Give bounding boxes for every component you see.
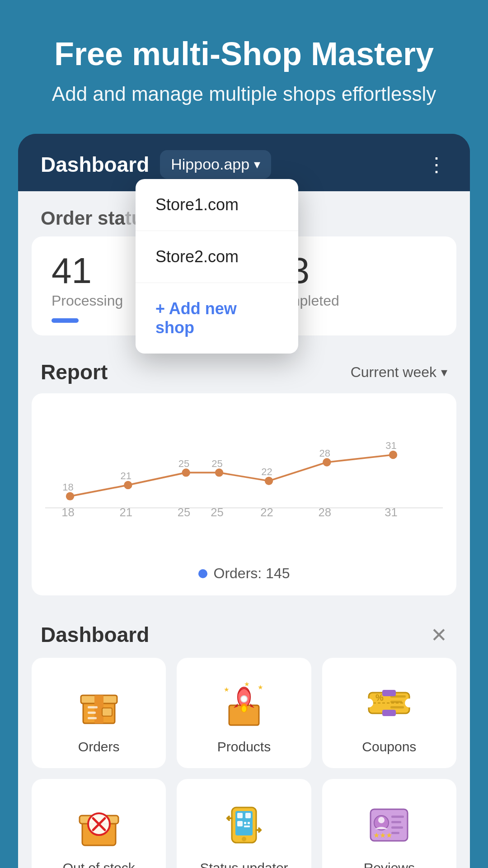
line-chart: 18 21 25 25 22 28 31 18 21 25 25 22 28: [45, 411, 443, 538]
svg-text:28: 28: [318, 506, 331, 519]
svg-text:25: 25: [211, 506, 224, 519]
svg-rect-68: [391, 832, 399, 834]
dashboard-section-title: Dashboard: [41, 623, 149, 647]
svg-text:31: 31: [385, 440, 396, 452]
chevron-down-report-icon: ▾: [441, 365, 447, 380]
svg-text:★★★: ★★★: [373, 831, 392, 839]
svg-rect-67: [391, 826, 403, 829]
svg-text:★: ★: [224, 686, 230, 693]
orders-legend-dot: [198, 569, 207, 578]
menu-dots-button[interactable]: ⋮: [427, 153, 447, 176]
svg-rect-66: [391, 821, 401, 823]
svg-point-39: [364, 698, 373, 708]
svg-rect-45: [382, 690, 396, 696]
store2-option[interactable]: Store2.com: [136, 231, 298, 283]
dashboard-section: Dashboard ✕: [18, 604, 470, 868]
svg-text:25: 25: [178, 458, 189, 469]
coupons-icon: %: [362, 676, 416, 730]
svg-point-5: [265, 477, 273, 485]
svg-text:21: 21: [121, 470, 131, 481]
chart-area: 18 21 25 25 22 28 31 18 21 25 25 22 28: [45, 411, 443, 556]
svg-rect-59: [248, 822, 250, 824]
svg-rect-56: [245, 813, 251, 818]
dashboard-item-out-of-stock[interactable]: Out of stock: [32, 779, 166, 868]
coupons-label: Coupons: [362, 739, 416, 755]
svg-point-4: [215, 469, 223, 477]
svg-text:28: 28: [319, 448, 330, 459]
dashboard-item-orders[interactable]: Orders: [32, 658, 166, 768]
out-of-stock-icon: [72, 797, 126, 851]
svg-point-64: [378, 817, 385, 823]
svg-text:25: 25: [178, 506, 191, 519]
svg-point-1: [66, 492, 74, 500]
report-section: Report Current week ▾: [18, 346, 470, 604]
stat-label-processing: Processing: [52, 292, 123, 309]
report-title: Report: [41, 360, 108, 384]
svg-rect-55: [237, 813, 243, 818]
svg-rect-57: [237, 821, 243, 826]
svg-rect-46: [382, 710, 396, 716]
shop-selector[interactable]: Hippoo.app ▾: [160, 150, 271, 179]
orders-icon: [72, 676, 126, 730]
svg-point-2: [124, 481, 132, 489]
svg-rect-28: [102, 708, 112, 716]
hero-title: Free multi-Shop Mastery: [27, 36, 461, 72]
shop-dropdown: Store1.com Store2.com + Add new shop: [136, 179, 298, 354]
report-filter[interactable]: Current week ▾: [351, 364, 447, 381]
shop-name: Hippoo.app: [171, 156, 249, 173]
svg-text:25: 25: [211, 458, 222, 469]
close-button[interactable]: ✕: [431, 623, 447, 646]
stat-number-processing: 41: [52, 253, 92, 289]
chart-legend: Orders: 145: [45, 565, 443, 582]
dashboard-grid: Orders ★ ★ ★: [32, 658, 456, 868]
svg-rect-27: [88, 717, 97, 719]
svg-rect-60: [244, 826, 250, 827]
svg-rect-26: [88, 712, 96, 714]
dashboard-item-reviews[interactable]: ★★★ Reviews: [322, 779, 456, 868]
status-updater-label: Status updater: [200, 860, 288, 868]
svg-rect-43: [390, 701, 402, 703]
svg-rect-58: [244, 822, 246, 824]
orders-legend-label: Orders: 145: [214, 565, 290, 582]
out-of-stock-label: Out of stock: [63, 860, 135, 868]
app-card: Dashboard Hippoo.app ▾ ⋮ Store1.com Stor…: [18, 134, 470, 868]
dashboard-item-products[interactable]: ★ ★ ★: [177, 658, 311, 768]
status-updater-icon: [217, 797, 271, 851]
chevron-down-icon: ▾: [254, 157, 260, 172]
svg-point-40: [405, 698, 414, 708]
products-label: Products: [217, 739, 271, 755]
reviews-icon: ★★★: [362, 797, 416, 851]
dashboard-item-status-updater[interactable]: Status updater: [177, 779, 311, 868]
add-new-shop-option[interactable]: + Add new shop: [136, 283, 298, 354]
svg-text:21: 21: [119, 506, 132, 519]
svg-text:★: ★: [244, 680, 250, 688]
svg-rect-65: [391, 816, 404, 818]
svg-point-7: [389, 451, 397, 459]
svg-text:18: 18: [62, 481, 73, 493]
svg-point-61: [242, 837, 246, 841]
orders-label: Orders: [78, 739, 120, 755]
svg-point-3: [182, 469, 190, 477]
svg-text:★: ★: [258, 684, 263, 691]
stat-indicator-processing: [52, 318, 79, 323]
store1-option[interactable]: Store1.com: [136, 179, 298, 231]
products-icon: ★ ★ ★: [217, 676, 271, 730]
svg-text:22: 22: [261, 466, 272, 477]
svg-rect-44: [390, 706, 404, 708]
dashboard-item-coupons[interactable]: % Coupons: [322, 658, 456, 768]
svg-point-36: [242, 706, 246, 712]
hero-subtitle: Add and manage multiple shops effortless…: [27, 81, 461, 107]
svg-rect-25: [88, 706, 98, 708]
svg-text:18: 18: [61, 506, 75, 519]
svg-text:22: 22: [260, 506, 273, 519]
dashboard-section-header: Dashboard ✕: [32, 618, 456, 658]
hero-section: Free multi-Shop Mastery Add and manage m…: [0, 0, 488, 125]
report-filter-text: Current week: [351, 364, 436, 381]
svg-point-34: [241, 696, 247, 702]
dashboard-title-header: Dashboard: [41, 152, 149, 177]
reviews-label: Reviews: [364, 860, 415, 868]
report-header: Report Current week ▾: [32, 355, 456, 393]
svg-text:31: 31: [385, 506, 398, 519]
svg-point-6: [323, 458, 331, 467]
chart-card: 18 21 25 25 22 28 31 18 21 25 25 22 28: [32, 393, 456, 595]
